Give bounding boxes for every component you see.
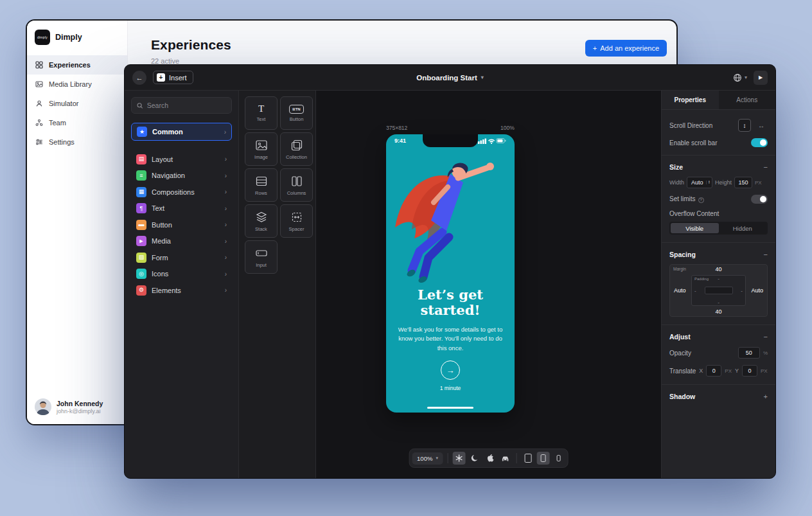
phone-statusbar: 9:41	[386, 138, 515, 144]
component-tile-spacer[interactable]: Spacer	[280, 204, 313, 238]
device-size-small-phone-button[interactable]	[552, 452, 565, 465]
margin-right-value[interactable]: Auto	[751, 287, 763, 294]
device-size-tablet-button[interactable]	[522, 452, 534, 465]
preview-play-button[interactable]: ▶	[754, 71, 768, 85]
sidebar-item-team[interactable]: Team	[27, 113, 127, 132]
sidebar-item-media-library[interactable]: Media Library	[27, 75, 127, 94]
height-input[interactable]: 150	[734, 177, 752, 188]
sidebar-item-experiences[interactable]: Experiences	[27, 55, 127, 75]
add-experience-button[interactable]: + Add an experience	[585, 40, 667, 57]
insert-button[interactable]: + Insert	[153, 71, 193, 84]
category-label: Navigation	[152, 172, 220, 179]
component-tile-rows[interactable]: Rows	[245, 168, 278, 202]
translate-x-input[interactable]: 0	[706, 365, 721, 377]
zoom-dropdown[interactable]: 100% ▾	[412, 452, 443, 465]
overflow-visible-option[interactable]: Visible	[671, 223, 719, 233]
design-canvas[interactable]: 375×812 100%	[316, 91, 661, 478]
category-layout[interactable]: ▤ Layout ›	[131, 151, 232, 168]
collapse-icon[interactable]: −	[764, 251, 768, 258]
btn-badge-icon: BTN	[289, 105, 303, 114]
screen-title-dropdown[interactable]: Onboarding Start ▾	[416, 74, 484, 82]
sidebar-item-settings[interactable]: Settings	[27, 132, 127, 152]
chevron-right-icon: ›	[225, 205, 227, 212]
content-box	[705, 287, 733, 294]
phone-artboard[interactable]: 9:41	[386, 134, 515, 413]
margin-box[interactable]: Margin 40 Auto Auto 40 Padding - - - -	[669, 264, 768, 317]
category-label: Common	[152, 128, 219, 136]
category-icons[interactable]: ◎ Icons ›	[131, 266, 232, 283]
width-input[interactable]: Auto ▴▾	[687, 177, 712, 188]
sidebar-item-simulator[interactable]: Simulator	[27, 94, 127, 113]
margin-bottom-value[interactable]: 40	[670, 308, 767, 315]
logo-text: dimply	[37, 35, 48, 39]
padding-box[interactable]: Padding - - - -	[691, 275, 746, 306]
margin-top-value[interactable]: 40	[670, 266, 767, 272]
component-tile-collection[interactable]: Collection	[280, 132, 313, 166]
category-form[interactable]: ▧ Form ›	[131, 249, 232, 266]
search-input[interactable]	[147, 102, 226, 109]
category-button[interactable]: ▬ Button ›	[131, 217, 232, 233]
shadow-section-header: Shadow +	[669, 393, 768, 400]
carplay-target-button[interactable]	[499, 452, 512, 465]
component-tile-button[interactable]: BTN Button	[280, 96, 313, 130]
rows-icon	[255, 175, 268, 188]
tile-label: Spacer	[289, 226, 304, 232]
translate-y-input[interactable]: 0	[742, 365, 757, 377]
collapse-icon[interactable]: −	[764, 163, 768, 171]
enable-scrollbar-toggle[interactable]	[751, 138, 768, 147]
expand-icon[interactable]: +	[764, 393, 768, 400]
component-tile-columns[interactable]: Columns	[280, 168, 313, 202]
simulator-icon	[35, 100, 43, 107]
margin-left-value[interactable]: Auto	[674, 287, 686, 294]
component-tile-text[interactable]: T Text	[245, 96, 278, 130]
spacer-icon	[290, 211, 303, 224]
light-mode-button[interactable]	[453, 452, 466, 465]
padding-right-value[interactable]: -	[741, 288, 743, 294]
padding-top-value[interactable]: -	[692, 276, 745, 281]
padding-left-value[interactable]: -	[694, 288, 696, 294]
category-compositions[interactable]: ▦ Compositions ›	[131, 184, 232, 200]
category-common[interactable]: ★ Common ›	[131, 123, 232, 141]
star-icon: ★	[137, 127, 147, 137]
category-text[interactable]: ¶ Text ›	[131, 200, 232, 217]
compositions-icon: ▦	[136, 187, 146, 197]
overflow-hidden-option[interactable]: Hidden	[719, 223, 767, 233]
phone-heading: Let’s get started!	[402, 287, 499, 318]
dark-mode-button[interactable]	[468, 452, 481, 465]
chevron-right-icon: ›	[225, 172, 227, 179]
user-profile[interactable]: John Kennedy john-k@dimply.ai	[35, 398, 103, 415]
component-tile-image[interactable]: Image	[245, 132, 278, 166]
scroll-horizontal-button[interactable]: ↔	[755, 119, 768, 132]
back-button[interactable]: ←	[132, 71, 146, 85]
x-label: X	[699, 368, 703, 374]
component-tile-stack[interactable]: Stack	[245, 204, 278, 238]
collapse-icon[interactable]: −	[764, 333, 768, 341]
sidebar-item-label: Simulator	[49, 100, 78, 107]
category-label: Icons	[152, 270, 220, 278]
opacity-input[interactable]: 50	[738, 347, 760, 359]
stepper-icon[interactable]: ▴▾	[706, 181, 710, 184]
language-dropdown[interactable]: ▾	[733, 73, 747, 82]
set-limits-toggle[interactable]	[751, 195, 768, 204]
next-arrow-button[interactable]: →	[441, 360, 460, 380]
padding-bottom-value[interactable]: -	[692, 299, 745, 305]
screen-title: Onboarding Start	[416, 74, 477, 82]
spacing-section-header: Spacing −	[669, 251, 768, 258]
category-elements[interactable]: ⚙ Elements ›	[131, 282, 232, 299]
back-arrow-icon: ←	[136, 74, 143, 82]
category-navigation[interactable]: ≡ Navigation ›	[131, 168, 232, 184]
tab-actions[interactable]: Actions	[719, 91, 776, 109]
component-tile-input[interactable]: Input	[245, 240, 278, 274]
category-media[interactable]: ► Media ›	[131, 233, 232, 250]
size-title: Size	[669, 163, 683, 171]
inspector-content: Scroll Direction ↕ ↔ Enable scroll bar S…	[662, 110, 775, 409]
search-box[interactable]	[131, 97, 232, 114]
y-label: Y	[735, 368, 739, 374]
device-size-phone-button[interactable]	[537, 452, 550, 465]
info-icon[interactable]: ?	[698, 197, 704, 203]
scroll-vertical-button[interactable]: ↕	[738, 119, 751, 132]
component-categories-panel: ★ Common › ▤ Layout › ≡ Navigation › ▦ C…	[125, 91, 239, 478]
tab-properties[interactable]: Properties	[662, 91, 719, 109]
x-value: 0	[712, 368, 716, 374]
ios-target-button[interactable]	[484, 452, 497, 465]
